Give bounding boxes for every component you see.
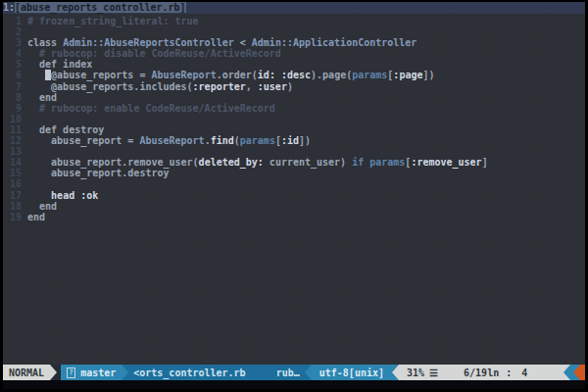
git-branch-label: master [80, 368, 116, 378]
filename-label: <orts_controller.rb [133, 368, 245, 378]
maxline-symbol: ln [487, 368, 499, 378]
line-number: 10 [3, 114, 22, 124]
code-line: 15 abuse_report.destroy [3, 168, 585, 178]
line-number: 6 [3, 70, 22, 80]
line-number: 17 [3, 190, 22, 201]
line-number: 18 [3, 201, 22, 212]
mode-indicator: NORMAL [3, 365, 50, 380]
command-line[interactable] [3, 380, 585, 389]
powerline-separator-icon [50, 365, 57, 380]
filename-segment: <orts_controller.rb rub… [128, 365, 305, 380]
code-line: 1# frozen_string_literal: true [3, 16, 585, 26]
powerline-separator-icon [122, 365, 128, 380]
tab-number: 1: [3, 2, 15, 13]
powerline-separator-icon [564, 365, 570, 380]
line-number: 19 [3, 212, 22, 222]
code-line: 14 abuse_report.remove_user(deleted_by: … [3, 157, 585, 168]
git-branch-icon: ? [67, 368, 75, 378]
warning-tip [580, 365, 585, 380]
encoding-label: utf-8[unix] [319, 368, 384, 378]
scroll-percent: 31% [407, 368, 424, 378]
code-line: 17 head :ok [3, 190, 585, 201]
code-lines: 1# frozen_string_literal: true23class Ad… [3, 16, 585, 222]
code-line: 4 # rubocop: disable CodeReuse/ActiveRec… [3, 48, 585, 59]
code-line: 7 @abuse_reports.includes(:reporter, :us… [3, 81, 585, 92]
position-segment: 31% ☰ 6/19 ln : 4 [399, 365, 564, 380]
code-line: 5 def index [3, 59, 585, 70]
powerline-separator-icon [305, 365, 312, 380]
git-branch-segment: ? master [61, 365, 122, 380]
code-line: 10 [3, 114, 585, 124]
colon-separator: : [506, 368, 512, 378]
powerline-separator-icon [392, 365, 399, 380]
line-number: 3 [3, 37, 22, 48]
code-line: 8 end [3, 92, 585, 103]
code-line: 2 [3, 26, 585, 37]
line-number: 9 [3, 103, 22, 114]
statusline: NORMAL ? master <orts_controller.rb rub…… [3, 365, 585, 380]
code-line: 6 @abuse_reports = AbuseReport.order(id:… [3, 70, 585, 80]
line-number: 4 [3, 48, 22, 59]
code-line: 9 # rubocop: enable CodeReuse/ActiveReco… [3, 103, 585, 114]
filetype-label: rub… [276, 368, 300, 378]
powerline-separator-icon [573, 365, 580, 380]
line-number: 2 [3, 26, 22, 37]
code-line: 11 def destroy [3, 124, 585, 135]
code-line: 16 [3, 178, 585, 189]
mode-label: NORMAL [9, 368, 44, 378]
vim-frame: 1:[abuse_reports_controller.rb] 1# froze… [3, 2, 585, 389]
line-number: 11 [3, 124, 22, 135]
code-line: 3class Admin::AbuseReportsController < A… [3, 37, 585, 48]
column-label: 4 [521, 368, 527, 378]
tabline: 1:[abuse_reports_controller.rb] [3, 2, 585, 14]
terminal-window: 1:[abuse_reports_controller.rb] 1# froze… [0, 0, 588, 392]
line-indicator-icon: ☰ [429, 368, 438, 378]
line-number: 5 [3, 59, 22, 70]
code-line: 19end [3, 212, 585, 222]
position-label: 6/19 [464, 368, 487, 378]
code-line: 18 end [3, 201, 585, 212]
line-number: 12 [3, 135, 22, 146]
line-number: 13 [3, 146, 22, 157]
line-number: 1 [3, 16, 22, 26]
editor-area[interactable]: 1# frozen_string_literal: true23class Ad… [3, 14, 585, 365]
line-number: 15 [3, 168, 22, 178]
code-line: 13 [3, 146, 585, 157]
tab-abuse-reports-controller[interactable]: [abuse_reports_controller.rb] [15, 2, 186, 13]
encoding-segment: utf-8[unix] [312, 365, 392, 380]
line-number: 7 [3, 81, 22, 92]
line-number: 8 [3, 92, 22, 103]
line-number: 14 [3, 157, 22, 168]
line-number: 16 [3, 178, 22, 189]
code-line: 12 abuse_report = AbuseReport.find(param… [3, 135, 585, 146]
